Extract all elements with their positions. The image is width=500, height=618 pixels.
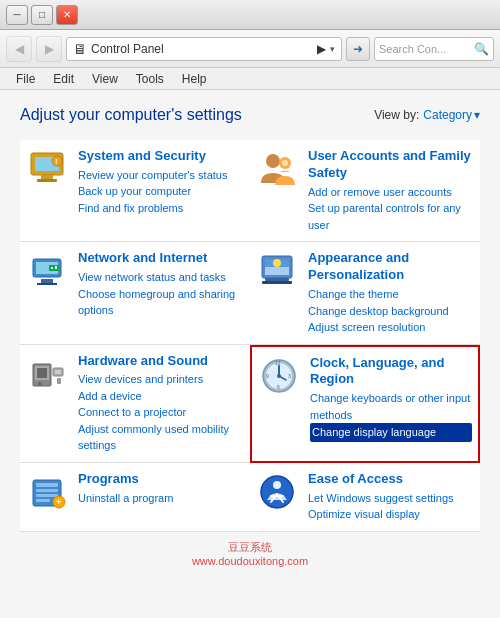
programs-icon: +	[26, 471, 68, 513]
svg-text:6: 6	[277, 384, 280, 390]
category-ease-link-0[interactable]: Let Windows suggest settings	[308, 490, 474, 507]
svg-text:!: !	[55, 157, 58, 166]
address-text: Control Panel	[91, 42, 313, 56]
svg-rect-29	[57, 378, 61, 384]
category-clock-name[interactable]: Clock, Language, and Region	[310, 355, 472, 389]
address-dropdown[interactable]: ▾	[330, 44, 335, 54]
category-hardware-name[interactable]: Hardware and Sound	[78, 353, 244, 370]
ease-icon	[256, 471, 298, 513]
view-by-value[interactable]: Category ▾	[423, 108, 480, 122]
search-icon[interactable]: 🔍	[474, 42, 489, 56]
view-by-label: View by:	[374, 108, 419, 122]
category-network: Network and Internet View network status…	[20, 242, 250, 344]
system-icon: !	[26, 148, 68, 190]
menu-bar: File Edit View Tools Help	[0, 68, 500, 90]
category-system-name[interactable]: System and Security	[78, 148, 244, 165]
menu-tools[interactable]: Tools	[128, 70, 172, 88]
category-appearance-link-2[interactable]: Adjust screen resolution	[308, 319, 474, 336]
category-programs-name[interactable]: Programs	[78, 471, 244, 488]
svg-rect-12	[41, 279, 53, 283]
category-network-link-0[interactable]: View network status and tasks	[78, 269, 244, 286]
menu-file[interactable]: File	[8, 70, 43, 88]
svg-text:12: 12	[275, 360, 281, 366]
category-appearance-text: Appearance and Personalization Change th…	[308, 250, 474, 335]
category-system-link-0[interactable]: Review your computer's status	[78, 167, 244, 184]
address-icon: 🖥	[73, 41, 87, 57]
category-clock-link-1[interactable]: Change display language	[310, 423, 472, 442]
svg-point-20	[273, 259, 281, 267]
category-appearance-link-0[interactable]: Change the theme	[308, 286, 474, 303]
svg-rect-14	[49, 265, 59, 271]
svg-text:9: 9	[266, 373, 269, 379]
category-hardware-text: Hardware and Sound View devices and prin…	[78, 353, 244, 454]
svg-rect-13	[37, 283, 57, 285]
network-icon	[26, 250, 68, 292]
category-appearance-name[interactable]: Appearance and Personalization	[308, 250, 474, 284]
category-system-link-2[interactable]: Find and fix problems	[78, 200, 244, 217]
category-clock: 12 3 6 9 Clock, Language, and Region Cha…	[250, 345, 480, 463]
category-user-accounts-link-1[interactable]: Set up parental controls for any user	[308, 200, 474, 233]
view-by-dropdown-icon: ▾	[474, 108, 480, 122]
minimize-button[interactable]: ─	[6, 5, 28, 25]
svg-rect-25	[37, 368, 47, 378]
svg-point-26	[38, 382, 42, 386]
category-network-link-1[interactable]: Choose homegroup and sharing options	[78, 286, 244, 319]
category-user-accounts-link-0[interactable]: Add or remove user accounts	[308, 184, 474, 201]
category-network-text: Network and Internet View network status…	[78, 250, 244, 335]
category-user-accounts-text: User Accounts and Family Safety Add or r…	[308, 148, 474, 233]
maximize-button[interactable]: □	[31, 5, 53, 25]
svg-rect-41	[36, 489, 58, 492]
svg-rect-43	[36, 499, 50, 502]
category-programs-text: Programs Uninstall a program	[78, 471, 244, 523]
svg-point-34	[277, 374, 281, 378]
hardware-icon	[26, 353, 68, 395]
category-user-accounts: User Accounts and Family Safety Add or r…	[250, 140, 480, 242]
close-button[interactable]: ✕	[56, 5, 78, 25]
address-bar[interactable]: 🖥 Control Panel ▶ ▾	[66, 37, 342, 61]
svg-rect-9	[281, 171, 289, 172]
svg-rect-40	[36, 483, 58, 487]
category-user-accounts-name[interactable]: User Accounts and Family Safety	[308, 148, 474, 182]
go-button[interactable]: ➜	[346, 37, 370, 61]
watermark-line2: www.doudouxitong.com	[20, 555, 480, 567]
svg-text:3: 3	[288, 373, 291, 379]
category-programs-link-0[interactable]: Uninstall a program	[78, 490, 244, 507]
category-ease-link-1[interactable]: Optimize visual display	[308, 506, 474, 523]
category-hardware-link-0[interactable]: View devices and printers	[78, 371, 244, 388]
forward-button[interactable]: ▶	[36, 36, 62, 62]
view-by: View by: Category ▾	[374, 108, 480, 122]
category-programs: + Programs Uninstall a program	[20, 463, 250, 532]
svg-rect-3	[37, 179, 57, 182]
clock-icon: 12 3 6 9	[258, 355, 300, 397]
category-ease-name[interactable]: Ease of Access	[308, 471, 474, 488]
user-accounts-icon	[256, 148, 298, 190]
svg-rect-28	[55, 370, 61, 374]
page-header: Adjust your computer's settings View by:…	[20, 106, 480, 124]
category-hardware-link-3[interactable]: Adjust commonly used mobility settings	[78, 421, 244, 454]
main-content: Adjust your computer's settings View by:…	[0, 90, 500, 618]
category-appearance-link-1[interactable]: Change desktop background	[308, 303, 474, 320]
category-appearance: Appearance and Personalization Change th…	[250, 242, 480, 344]
svg-point-46	[261, 476, 293, 508]
category-system-link-1[interactable]: Back up your computer	[78, 183, 244, 200]
search-placeholder: Search Con...	[379, 43, 470, 55]
category-ease: Ease of Access Let Windows suggest setti…	[250, 463, 480, 532]
title-bar: ─ □ ✕	[0, 0, 500, 30]
svg-point-8	[282, 160, 288, 166]
svg-rect-42	[36, 494, 58, 497]
search-box[interactable]: Search Con... 🔍	[374, 37, 494, 61]
menu-view[interactable]: View	[84, 70, 126, 88]
category-network-name[interactable]: Network and Internet	[78, 250, 244, 267]
category-hardware-link-2[interactable]: Connect to a projector	[78, 404, 244, 421]
category-clock-link-0[interactable]: Change keyboards or other input methods	[310, 390, 472, 423]
menu-edit[interactable]: Edit	[45, 70, 82, 88]
menu-help[interactable]: Help	[174, 70, 215, 88]
svg-point-47	[273, 481, 281, 489]
svg-rect-15	[51, 267, 53, 269]
svg-rect-16	[55, 266, 57, 269]
appearance-icon	[256, 250, 298, 292]
back-button[interactable]: ◀	[6, 36, 32, 62]
category-hardware-link-1[interactable]: Add a device	[78, 388, 244, 405]
category-grid: ! System and Security Review your comput…	[20, 140, 480, 532]
svg-point-6	[266, 154, 280, 168]
